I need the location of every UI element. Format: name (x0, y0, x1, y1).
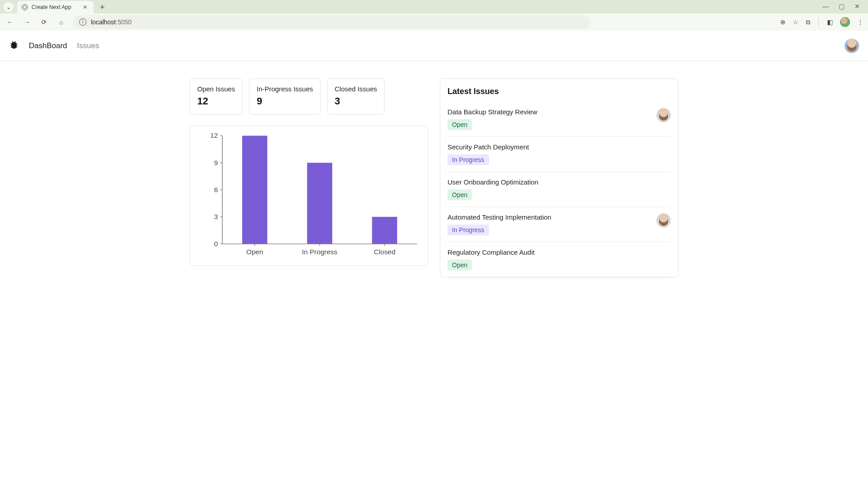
profile-avatar-icon[interactable] (840, 17, 850, 27)
svg-text:In Progress: In Progress (302, 248, 338, 256)
issue-row[interactable]: Automated Testing ImplementationIn Progr… (448, 207, 671, 242)
issue-row[interactable]: Security Patch DeploymentIn Progress (448, 137, 671, 172)
issue-title[interactable]: User Onboarding Optimization (448, 178, 671, 186)
stat-value: 9 (257, 95, 313, 107)
status-badge-inprogress: In Progress (448, 225, 489, 235)
user-avatar[interactable] (845, 39, 859, 53)
svg-text:12: 12 (210, 131, 218, 139)
site-info-icon[interactable]: i (79, 18, 86, 26)
status-badge-open: Open (448, 119, 472, 130)
new-tab-button[interactable]: + (97, 3, 108, 12)
window-close-button[interactable]: ✕ (854, 3, 860, 10)
panel-heading: Latest Issues (448, 87, 671, 96)
svg-rect-18 (372, 217, 397, 244)
assignee-avatar[interactable] (656, 213, 671, 228)
stat-value: 12 (197, 95, 235, 107)
svg-text:6: 6 (214, 186, 218, 194)
issue-row[interactable]: Data Backup Strategy ReviewOpen (448, 103, 671, 137)
stat-card-closed[interactable]: Closed Issues 3 (327, 78, 384, 115)
bug-logo-icon[interactable] (9, 40, 19, 51)
svg-text:3: 3 (214, 213, 218, 220)
bar-chart-svg: 036912OpenIn ProgressClosed (196, 131, 421, 261)
stats-row: Open Issues 12 In-Progress Issues 9 Clos… (190, 78, 428, 115)
tab-title: Create Next App (32, 4, 71, 10)
address-bar[interactable]: i localhost:5050 (73, 15, 591, 29)
svg-rect-15 (307, 163, 332, 244)
issue-status-chart: 036912OpenIn ProgressClosed (190, 126, 428, 266)
latest-issues-panel: Latest Issues Data Backup Strategy Revie… (440, 78, 678, 278)
nav-forward-button[interactable]: → (22, 17, 32, 27)
nav-back-button[interactable]: ← (5, 17, 15, 27)
nav-link-dashboard[interactable]: DashBoard (29, 41, 67, 50)
star-icon[interactable]: ☆ (793, 18, 799, 26)
stat-label: In-Progress Issues (257, 85, 313, 93)
svg-text:Open: Open (246, 248, 263, 256)
nav-reload-button[interactable]: ⟳ (39, 17, 50, 27)
stat-label: Open Issues (197, 85, 235, 93)
close-tab-icon[interactable]: ✕ (83, 4, 87, 10)
issue-row[interactable]: Regulatory Compliance AuditOpen (448, 242, 671, 277)
svg-rect-12 (242, 136, 267, 244)
browser-chrome: ⌄ Create Next App ✕ + — ▢ ✕ (0, 0, 868, 14)
app-navbar: DashBoard Issues (0, 31, 868, 61)
issue-row[interactable]: User Onboarding OptimizationOpen (448, 172, 671, 207)
nav-home-button[interactable]: ⌂ (56, 17, 67, 27)
stat-label: Closed Issues (335, 85, 377, 93)
status-badge-open: Open (448, 189, 472, 200)
toolbar-separator (818, 18, 819, 27)
stat-card-inprogress[interactable]: In-Progress Issues 9 (249, 78, 321, 115)
window-minimize-button[interactable]: — (823, 3, 829, 10)
svg-text:9: 9 (214, 159, 218, 166)
svg-text:0: 0 (214, 240, 218, 248)
tabs-dropdown-button[interactable]: ⌄ (4, 2, 14, 12)
url-host: localhost (91, 18, 116, 26)
sidepanel-icon[interactable]: ◧ (827, 18, 833, 26)
url-port: :5050 (116, 18, 131, 26)
extensions-icon[interactable]: ⧉ (806, 18, 810, 26)
globe-icon (22, 4, 28, 10)
browser-tab[interactable]: Create Next App ✕ (17, 1, 94, 14)
status-badge-inprogress: In Progress (448, 154, 489, 165)
nav-link-issues[interactable]: Issues (77, 41, 99, 50)
window-maximize-button[interactable]: ▢ (839, 3, 845, 10)
stat-value: 3 (335, 95, 377, 107)
zoom-icon[interactable]: ⊕ (780, 18, 786, 26)
issue-title[interactable]: Automated Testing Implementation (448, 213, 652, 221)
issue-title[interactable]: Security Patch Deployment (448, 143, 671, 151)
status-badge-open: Open (448, 260, 472, 270)
assignee-avatar[interactable] (656, 108, 671, 122)
svg-text:Closed: Closed (374, 248, 395, 256)
issue-title[interactable]: Data Backup Strategy Review (448, 108, 652, 116)
browser-toolbar: ← → ⟳ ⌂ i localhost:5050 ⊕ ☆ ⧉ ◧ ⋮ (0, 14, 868, 31)
kebab-menu-icon[interactable]: ⋮ (857, 18, 863, 26)
stat-card-open[interactable]: Open Issues 12 (190, 78, 243, 115)
issue-title[interactable]: Regulatory Compliance Audit (448, 248, 671, 256)
